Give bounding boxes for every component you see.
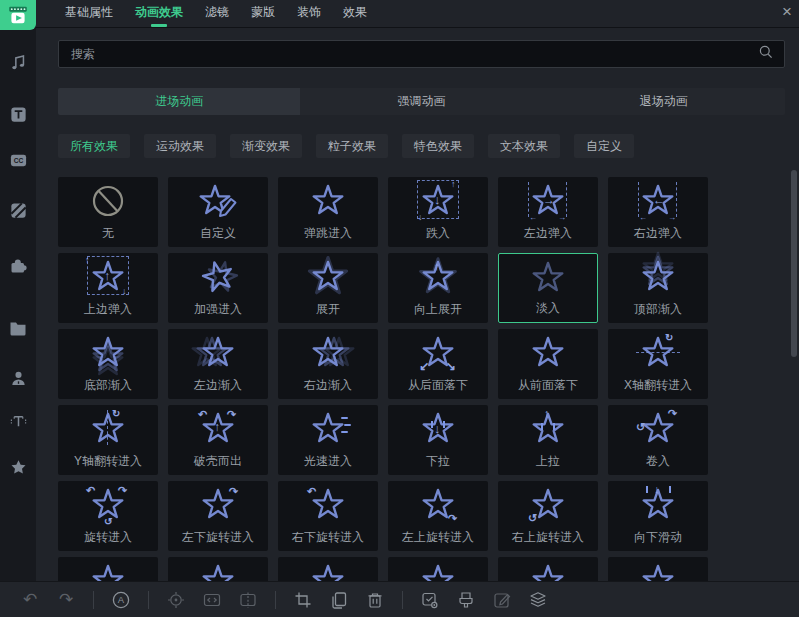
effect-label: 上拉 xyxy=(498,453,598,470)
redo-icon[interactable]: ↷ xyxy=(54,588,78,612)
keyframe-icon[interactable]: A xyxy=(109,588,133,612)
crop-icon[interactable] xyxy=(291,588,315,612)
effect-item[interactable]: 弹跳进入 xyxy=(278,177,378,247)
sidebar-item-text-styles[interactable] xyxy=(0,403,36,439)
favorites-icon xyxy=(9,458,28,477)
star-bounce-right-icon: ←←→ xyxy=(634,180,682,224)
sidebar-item-audio[interactable] xyxy=(0,44,36,80)
tab-header-2[interactable]: 滤镜 xyxy=(205,0,229,27)
sidebar-item-favorites[interactable] xyxy=(0,449,36,485)
effect-item[interactable]: ↶右下旋转进入 xyxy=(278,481,378,551)
effect-label: Y轴翻转进入 xyxy=(58,453,158,470)
effect-item[interactable]: 底部渐入 xyxy=(58,329,158,399)
toolbar-divider xyxy=(148,591,149,609)
effect-item[interactable]: ↑↑↓上边弹入 xyxy=(58,253,158,323)
filter-chip[interactable]: 所有效果 xyxy=(58,134,130,158)
effect-label: 向上展开 xyxy=(388,301,488,318)
effect-item[interactable]: ↓向下滑动 xyxy=(608,481,708,551)
effect-item[interactable] xyxy=(168,557,268,581)
effect-item[interactable] xyxy=(388,557,488,581)
motion-track-icon[interactable] xyxy=(164,588,188,612)
effect-item[interactable]: 自定义 xyxy=(168,177,268,247)
effect-item[interactable]: ↺右上旋转进入 xyxy=(498,481,598,551)
star-hatch-icon: ↶↷↑ xyxy=(194,408,242,452)
undo-icon[interactable]: ↶ xyxy=(18,588,42,612)
search-input[interactable] xyxy=(69,46,758,62)
scrollbar[interactable] xyxy=(791,170,797,357)
filter-chip[interactable]: 文本效果 xyxy=(488,134,560,158)
sidebar-item-media[interactable] xyxy=(0,0,36,30)
edit-icon[interactable] xyxy=(490,588,514,612)
filter-chip[interactable]: 粒子效果 xyxy=(316,134,388,158)
effect-item[interactable]: ↓↑↓跌入 xyxy=(388,177,488,247)
effect-item[interactable]: ↑上拉 xyxy=(498,405,598,475)
segment-tab[interactable]: 退场动画 xyxy=(543,88,785,115)
effect-item[interactable]: 展开 xyxy=(278,253,378,323)
star-icon xyxy=(414,560,462,581)
render-icon[interactable] xyxy=(454,588,478,612)
speed-icon[interactable] xyxy=(200,588,224,612)
delete-icon[interactable] xyxy=(363,588,387,612)
tab-header-3[interactable]: 蒙版 xyxy=(251,0,275,27)
star-expand-up-icon: ↑ xyxy=(414,256,462,300)
effect-item[interactable]: ↻Y轴翻转进入 xyxy=(58,405,158,475)
effect-item[interactable]: 无 xyxy=(58,177,158,247)
effect-item[interactable]: ↶↷↑破壳而出 xyxy=(168,405,268,475)
star-expand-icon xyxy=(304,256,352,300)
effect-label: 从后面落下 xyxy=(388,377,488,394)
effect-item[interactable] xyxy=(58,557,158,581)
sidebar-item-plugins[interactable] xyxy=(0,247,36,283)
mark-icon[interactable] xyxy=(418,588,442,612)
layers-icon[interactable] xyxy=(526,588,550,612)
segment-tab[interactable]: 进场动画 xyxy=(58,88,300,115)
sidebar-item-folder[interactable] xyxy=(0,310,36,346)
effect-item[interactable]: ←←→右边弹入 xyxy=(608,177,708,247)
subtitles-icon: CC xyxy=(9,151,28,170)
effect-label: 跌入 xyxy=(388,225,488,242)
effect-item[interactable]: 左边渐入 xyxy=(168,329,268,399)
sidebar-item-transitions[interactable] xyxy=(0,192,36,228)
star-fade-left-icon xyxy=(194,332,242,376)
effect-item[interactable]: ↷左下旋转进入 xyxy=(168,481,268,551)
effect-item[interactable]: ↷左上旋转进入 xyxy=(388,481,488,551)
effect-item[interactable]: 从前面落下 xyxy=(498,329,598,399)
effect-item[interactable]: 右边渐入 xyxy=(278,329,378,399)
effect-item[interactable]: ↑向上展开 xyxy=(388,253,488,323)
effect-item[interactable]: 淡入 xyxy=(498,253,598,323)
star-fade-bottom-icon xyxy=(84,332,132,376)
sidebar-item-profile[interactable] xyxy=(0,360,36,396)
effect-item[interactable]: ↺↷卷入 xyxy=(608,405,708,475)
segment-tab[interactable]: 强调动画 xyxy=(300,88,542,115)
star-roll-icon: ↺↷ xyxy=(634,408,682,452)
filter-chip[interactable]: 特色效果 xyxy=(402,134,474,158)
star-icon xyxy=(84,560,132,581)
tab-header-5[interactable]: 效果 xyxy=(343,0,367,27)
filter-chip[interactable]: 渐变效果 xyxy=(230,134,302,158)
effect-item[interactable]: ↙↘从后面落下 xyxy=(388,329,488,399)
tab-animation[interactable]: 动画效果 xyxy=(135,0,183,27)
tab-header-4[interactable]: 装饰 xyxy=(297,0,321,27)
duplicate-icon[interactable] xyxy=(327,588,351,612)
effect-item[interactable]: 加强进入 xyxy=(168,253,268,323)
effect-item[interactable]: 光速进入 xyxy=(278,405,378,475)
effect-item[interactable]: ↻X轴翻转进入 xyxy=(608,329,708,399)
close-icon[interactable]: × xyxy=(782,1,792,23)
toolbar-divider xyxy=(275,591,276,609)
effect-item[interactable]: 顶部渐入 xyxy=(608,253,708,323)
tab-header-0[interactable]: 基础属性 xyxy=(65,0,113,27)
effect-item[interactable]: ↶↷↺旋转进入 xyxy=(58,481,158,551)
effect-item[interactable]: ↓下拉 xyxy=(388,405,488,475)
filter-chip[interactable]: 自定义 xyxy=(574,134,634,158)
star-icon xyxy=(304,560,352,581)
effect-item[interactable]: →←→左边弹入 xyxy=(498,177,598,247)
filter-chip[interactable]: 运动效果 xyxy=(144,134,216,158)
effect-item[interactable] xyxy=(498,557,598,581)
effect-item[interactable] xyxy=(608,557,708,581)
effect-label: 向下滑动 xyxy=(608,529,708,546)
sidebar-item-subtitles[interactable]: CC xyxy=(0,142,36,178)
search-bar[interactable] xyxy=(58,40,785,68)
sidebar-item-titles[interactable] xyxy=(0,96,36,132)
effect-item[interactable] xyxy=(278,557,378,581)
split-icon[interactable] xyxy=(236,588,260,612)
star-drop-icon: ↓↑↓ xyxy=(414,180,462,224)
